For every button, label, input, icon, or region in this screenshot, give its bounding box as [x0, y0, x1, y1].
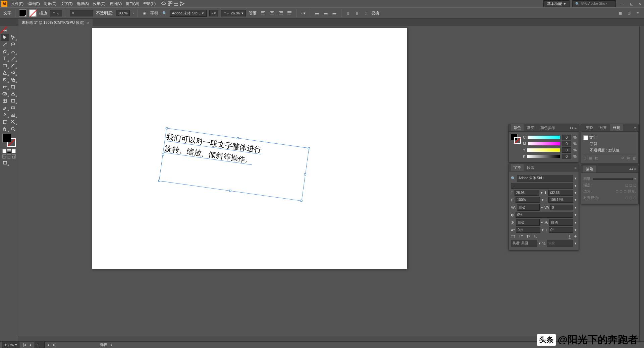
artboard-tool[interactable] — [1, 118, 9, 125]
font-select[interactable]: Adobe 宋体 Std L▾ — [170, 10, 207, 17]
line-tool[interactable] — [9, 55, 17, 62]
zoom-select[interactable]: 150%▾ — [2, 342, 19, 348]
gradient-mode[interactable] — [7, 149, 11, 153]
font-size[interactable]: ⌃⌄26.96▾ — [221, 10, 246, 16]
menu-view[interactable]: 视图(V) — [108, 0, 124, 7]
rotate-tool[interactable] — [1, 76, 9, 83]
screen-mode[interactable] — [1, 159, 9, 166]
tracking-input[interactable]: 0 — [550, 205, 573, 210]
align-obj1-icon[interactable]: ▬ — [314, 10, 320, 16]
rectangle-tool[interactable] — [1, 62, 9, 69]
paragraph-tab[interactable]: 段落 — [524, 164, 537, 171]
font-style[interactable]: -▾ — [209, 10, 219, 16]
gradient-tab[interactable]: 渐变 — [524, 124, 537, 131]
black-value[interactable]: 0 — [562, 154, 571, 159]
snap-icon[interactable]: ⊞ — [626, 10, 632, 16]
nav-last-icon[interactable]: ▸| — [53, 343, 56, 347]
menu-effect[interactable]: 效果(C) — [91, 0, 107, 7]
duplicate-icon[interactable]: ⊞ — [627, 156, 630, 160]
transform-tab[interactable]: 变换 — [583, 124, 596, 131]
close-button[interactable]: ✕ — [637, 1, 643, 6]
cyan-slider[interactable] — [528, 136, 560, 139]
language-select[interactable]: 英语: 美国 — [511, 240, 537, 247]
fill-stroke-control[interactable] — [2, 134, 16, 147]
panel-menu-icon[interactable]: ≡ — [575, 126, 577, 130]
nav-first-icon[interactable]: |◂ — [23, 343, 26, 347]
direct-selection-tool[interactable] — [9, 34, 17, 41]
menu-file[interactable]: 文件(F) — [9, 0, 25, 7]
feedback-icon[interactable] — [179, 1, 185, 7]
fill-swatch[interactable] — [19, 9, 26, 17]
pen-tool[interactable] — [1, 48, 9, 55]
curvature-tool[interactable] — [9, 48, 17, 55]
align-left-icon[interactable] — [260, 10, 266, 16]
tsume-input[interactable]: 0% — [516, 212, 573, 218]
lasso-tool[interactable] — [9, 41, 17, 48]
vertical-scrollbar[interactable] — [639, 26, 644, 341]
draw-inside[interactable]: ◻ — [12, 154, 16, 158]
panel-collapse-icon[interactable]: ◂◂ — [569, 126, 573, 130]
gradient-tool[interactable] — [9, 97, 17, 104]
appearance-item[interactable]: 文字 — [589, 135, 597, 140]
symbol-sprayer-tool[interactable] — [1, 111, 9, 118]
dist3-icon[interactable]: ▯ — [363, 10, 369, 16]
shaper-tool[interactable] — [1, 69, 9, 76]
rotation-input[interactable]: 0° — [549, 227, 573, 233]
opacity-value[interactable]: 100% — [116, 10, 130, 16]
aki2-input[interactable]: 自动 — [549, 219, 573, 226]
vscale-input[interactable]: 100% — [516, 197, 540, 203]
black-slider[interactable] — [527, 155, 560, 158]
nav-prev-icon[interactable]: ◂ — [29, 343, 31, 347]
stroke-weight-input[interactable] — [593, 178, 633, 180]
appearance-tab[interactable]: 外观 — [610, 124, 623, 131]
justify-icon[interactable] — [286, 10, 292, 16]
leading-input[interactable]: (32.36 — [548, 190, 573, 196]
align-obj2-icon[interactable]: ▬ — [323, 10, 329, 16]
magenta-slider[interactable] — [528, 142, 560, 145]
appearance-item[interactable]: 字符 — [590, 141, 597, 146]
font-family-input[interactable]: Adobe 宋体 Std L — [517, 175, 573, 182]
menu-edit[interactable]: 编辑(E) — [25, 0, 42, 7]
slice-tool[interactable] — [9, 118, 17, 125]
color-guide-tab[interactable]: 颜色参考 — [538, 124, 558, 131]
antialiasing-select[interactable]: 锐化 — [547, 240, 573, 247]
tools-icon[interactable] — [173, 1, 179, 7]
none-mode[interactable] — [12, 149, 16, 153]
dist1-icon[interactable]: ▯ — [345, 10, 351, 16]
superscript-icon[interactable]: T¹ — [526, 234, 530, 238]
cloud-icon[interactable] — [161, 1, 167, 7]
type-tool[interactable] — [1, 55, 9, 62]
align-obj3-icon[interactable]: ▬ — [331, 10, 337, 16]
status-expand-icon[interactable]: ▸ — [111, 343, 113, 347]
eraser-tool[interactable] — [9, 69, 17, 76]
underline-icon[interactable]: T̲ — [569, 234, 571, 238]
cyan-value[interactable]: 0 — [562, 135, 571, 140]
menu-object[interactable]: 对象(O) — [42, 0, 59, 7]
maximize-button[interactable]: ◱ — [629, 1, 635, 6]
smallcaps-icon[interactable]: Tᴛ — [519, 234, 523, 238]
document-tab[interactable]: 未标题-1* @ 150% (CMYK/GPU 预览) × — [18, 19, 93, 26]
brush-select[interactable]: ▾ — [70, 10, 93, 16]
color-tab[interactable]: 颜色 — [511, 124, 524, 131]
stroke-weight[interactable]: ⌃⌄ — [50, 10, 62, 16]
menu-select[interactable]: 选择(S) — [75, 0, 91, 7]
blend-tool[interactable] — [9, 104, 17, 111]
minimize-button[interactable]: ─ — [621, 1, 627, 6]
hscale-input[interactable]: 106.14% — [548, 197, 573, 203]
delete-icon[interactable]: 🗑 — [633, 156, 636, 160]
align-tab[interactable]: 对齐 — [597, 124, 609, 131]
draw-normal[interactable]: ◻ — [2, 154, 6, 158]
panel-menu-icon[interactable]: ≡ — [634, 126, 636, 130]
stroke-swatch[interactable] — [29, 9, 37, 17]
panel-menu-icon[interactable]: ≡ — [634, 167, 636, 171]
appearance-swatch[interactable] — [583, 135, 588, 140]
menu-help[interactable]: 帮助(H) — [141, 0, 158, 7]
magenta-value[interactable]: 0 — [562, 141, 571, 146]
eyedropper-tool[interactable] — [1, 104, 9, 111]
panel-collapse-icon[interactable]: ◂◂ — [629, 167, 633, 171]
add-effect-icon[interactable]: fx — [595, 156, 598, 160]
allcaps-icon[interactable]: TT — [511, 234, 515, 238]
character-tab[interactable]: 字符 — [511, 164, 524, 171]
mesh-tool[interactable] — [1, 97, 9, 104]
panel-menu-icon[interactable]: ≡ — [575, 166, 577, 170]
